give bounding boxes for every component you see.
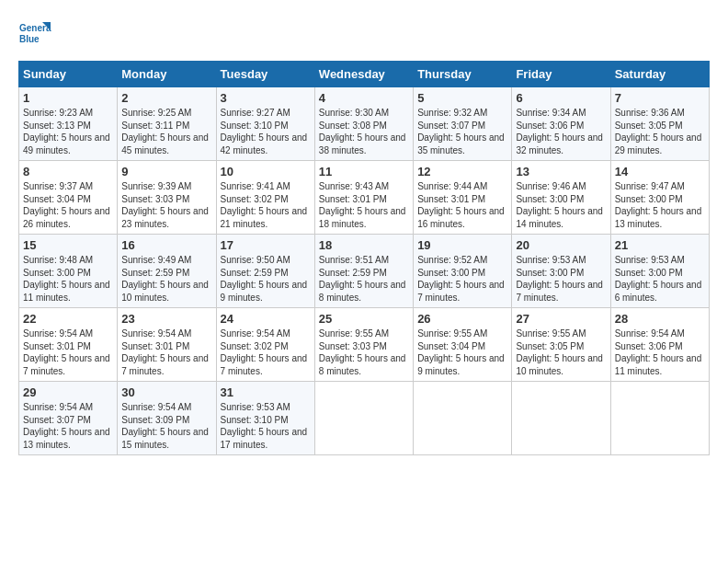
day-info: Sunrise: 9:47 AMSunset: 3:00 PMDaylight:…: [615, 180, 705, 230]
day-number: 27: [516, 312, 606, 326]
day-number: 15: [23, 238, 113, 252]
day-info: Sunrise: 9:34 AMSunset: 3:06 PMDaylight:…: [516, 107, 606, 156]
day-info: Sunrise: 9:32 AMSunset: 3:07 PMDaylight:…: [417, 107, 507, 156]
day-number: 29: [23, 385, 113, 399]
day-number: 4: [319, 91, 409, 105]
calendar-cell: 3 Sunrise: 9:27 AMSunset: 3:10 PMDayligh…: [216, 87, 314, 161]
logo: General Blue: [18, 18, 51, 52]
day-number: 19: [417, 238, 507, 252]
day-number: 14: [615, 165, 705, 178]
day-number: 22: [23, 312, 113, 326]
day-number: 11: [319, 165, 409, 178]
day-number: 16: [121, 238, 211, 252]
calendar-cell: 11 Sunrise: 9:43 AMSunset: 3:01 PMDaylig…: [314, 161, 413, 235]
day-number: 3: [221, 91, 311, 105]
day-info: Sunrise: 9:44 AMSunset: 3:01 PMDaylight:…: [417, 180, 507, 230]
day-number: 24: [221, 312, 311, 326]
calendar-cell: 8 Sunrise: 9:37 AMSunset: 3:04 PMDayligh…: [19, 161, 118, 235]
calendar-cell: 12 Sunrise: 9:44 AMSunset: 3:01 PMDaylig…: [414, 161, 512, 235]
calendar-cell: [610, 382, 709, 455]
calendar-table: SundayMondayTuesdayWednesdayThursdayFrid…: [18, 61, 710, 455]
calendar-cell: 1 Sunrise: 9:23 AMSunset: 3:13 PMDayligh…: [19, 87, 118, 161]
day-info: Sunrise: 9:53 AMSunset: 3:00 PMDaylight:…: [615, 254, 705, 304]
day-number: 5: [417, 91, 507, 105]
day-info: Sunrise: 9:27 AMSunset: 3:10 PMDaylight:…: [221, 107, 311, 156]
calendar-cell: [414, 382, 512, 455]
calendar-cell: 20 Sunrise: 9:53 AMSunset: 3:00 PMDaylig…: [512, 235, 610, 308]
day-number: 30: [121, 385, 211, 399]
day-number: 7: [615, 91, 705, 105]
calendar-week-4: 22 Sunrise: 9:54 AMSunset: 3:01 PMDaylig…: [19, 308, 710, 382]
column-header-wednesday: Wednesday: [314, 62, 413, 87]
day-info: Sunrise: 9:43 AMSunset: 3:01 PMDaylight:…: [319, 180, 409, 230]
day-number: 2: [121, 91, 211, 105]
calendar-cell: 5 Sunrise: 9:32 AMSunset: 3:07 PMDayligh…: [414, 87, 512, 161]
day-number: 8: [23, 165, 113, 178]
calendar-cell: 26 Sunrise: 9:55 AMSunset: 3:04 PMDaylig…: [414, 308, 512, 382]
day-number: 12: [417, 165, 507, 178]
page-header: General Blue: [18, 18, 710, 52]
day-info: Sunrise: 9:54 AMSunset: 3:07 PMDaylight:…: [23, 401, 113, 451]
svg-text:Blue: Blue: [19, 34, 40, 44]
calendar-cell: 28 Sunrise: 9:54 AMSunset: 3:06 PMDaylig…: [610, 308, 709, 382]
column-header-thursday: Thursday: [414, 62, 512, 87]
day-info: Sunrise: 9:50 AMSunset: 2:59 PMDaylight:…: [221, 254, 311, 304]
calendar-cell: 17 Sunrise: 9:50 AMSunset: 2:59 PMDaylig…: [216, 235, 314, 308]
calendar-cell: 9 Sunrise: 9:39 AMSunset: 3:03 PMDayligh…: [118, 161, 216, 235]
calendar-cell: 21 Sunrise: 9:53 AMSunset: 3:00 PMDaylig…: [610, 235, 709, 308]
day-info: Sunrise: 9:54 AMSunset: 3:01 PMDaylight:…: [23, 327, 113, 377]
calendar-week-2: 8 Sunrise: 9:37 AMSunset: 3:04 PMDayligh…: [19, 161, 710, 235]
day-number: 17: [221, 238, 311, 252]
day-number: 26: [417, 312, 507, 326]
day-info: Sunrise: 9:46 AMSunset: 3:00 PMDaylight:…: [516, 180, 606, 230]
day-info: Sunrise: 9:39 AMSunset: 3:03 PMDaylight:…: [121, 180, 211, 230]
calendar-cell: 29 Sunrise: 9:54 AMSunset: 3:07 PMDaylig…: [19, 382, 118, 455]
day-info: Sunrise: 9:54 AMSunset: 3:09 PMDaylight:…: [121, 401, 211, 451]
day-info: Sunrise: 9:55 AMSunset: 3:03 PMDaylight:…: [319, 327, 409, 377]
day-info: Sunrise: 9:55 AMSunset: 3:04 PMDaylight:…: [417, 327, 507, 377]
day-number: 9: [121, 165, 211, 178]
calendar-cell: 4 Sunrise: 9:30 AMSunset: 3:08 PMDayligh…: [314, 87, 413, 161]
calendar-week-1: 1 Sunrise: 9:23 AMSunset: 3:13 PMDayligh…: [19, 87, 710, 161]
calendar-cell: 16 Sunrise: 9:49 AMSunset: 2:59 PMDaylig…: [118, 235, 216, 308]
calendar-cell: [512, 382, 610, 455]
day-info: Sunrise: 9:54 AMSunset: 3:01 PMDaylight:…: [121, 327, 211, 377]
day-info: Sunrise: 9:49 AMSunset: 2:59 PMDaylight:…: [121, 254, 211, 304]
day-info: Sunrise: 9:41 AMSunset: 3:02 PMDaylight:…: [221, 180, 311, 230]
day-number: 10: [221, 165, 311, 178]
calendar-cell: 19 Sunrise: 9:52 AMSunset: 3:00 PMDaylig…: [414, 235, 512, 308]
day-info: Sunrise: 9:53 AMSunset: 3:00 PMDaylight:…: [516, 254, 606, 304]
calendar-cell: 18 Sunrise: 9:51 AMSunset: 2:59 PMDaylig…: [314, 235, 413, 308]
day-info: Sunrise: 9:48 AMSunset: 3:00 PMDaylight:…: [23, 254, 113, 304]
logo-graphic: General Blue: [18, 18, 51, 52]
calendar-cell: 13 Sunrise: 9:46 AMSunset: 3:00 PMDaylig…: [512, 161, 610, 235]
day-info: Sunrise: 9:54 AMSunset: 3:02 PMDaylight:…: [221, 327, 311, 377]
day-number: 21: [615, 238, 705, 252]
column-header-sunday: Sunday: [19, 62, 118, 87]
calendar-cell: 10 Sunrise: 9:41 AMSunset: 3:02 PMDaylig…: [216, 161, 314, 235]
day-info: Sunrise: 9:52 AMSunset: 3:00 PMDaylight:…: [417, 254, 507, 304]
day-number: 20: [516, 238, 606, 252]
calendar-cell: 7 Sunrise: 9:36 AMSunset: 3:05 PMDayligh…: [610, 87, 709, 161]
column-header-saturday: Saturday: [610, 62, 709, 87]
day-number: 31: [221, 385, 311, 399]
day-info: Sunrise: 9:51 AMSunset: 2:59 PMDaylight:…: [319, 254, 409, 304]
calendar-cell: 23 Sunrise: 9:54 AMSunset: 3:01 PMDaylig…: [118, 308, 216, 382]
calendar-cell: 25 Sunrise: 9:55 AMSunset: 3:03 PMDaylig…: [314, 308, 413, 382]
column-header-friday: Friday: [512, 62, 610, 87]
calendar-cell: 2 Sunrise: 9:25 AMSunset: 3:11 PMDayligh…: [118, 87, 216, 161]
calendar-cell: [314, 382, 413, 455]
column-header-monday: Monday: [118, 62, 216, 87]
day-info: Sunrise: 9:55 AMSunset: 3:05 PMDaylight:…: [516, 327, 606, 377]
day-info: Sunrise: 9:54 AMSunset: 3:06 PMDaylight:…: [615, 327, 705, 377]
calendar-cell: 27 Sunrise: 9:55 AMSunset: 3:05 PMDaylig…: [512, 308, 610, 382]
calendar-cell: 30 Sunrise: 9:54 AMSunset: 3:09 PMDaylig…: [118, 382, 216, 455]
calendar-cell: 22 Sunrise: 9:54 AMSunset: 3:01 PMDaylig…: [19, 308, 118, 382]
calendar-cell: 31 Sunrise: 9:53 AMSunset: 3:10 PMDaylig…: [216, 382, 314, 455]
day-number: 23: [121, 312, 211, 326]
day-info: Sunrise: 9:25 AMSunset: 3:11 PMDaylight:…: [121, 107, 211, 156]
day-number: 6: [516, 91, 606, 105]
day-info: Sunrise: 9:37 AMSunset: 3:04 PMDaylight:…: [23, 180, 113, 230]
day-number: 13: [516, 165, 606, 178]
column-header-tuesday: Tuesday: [216, 62, 314, 87]
